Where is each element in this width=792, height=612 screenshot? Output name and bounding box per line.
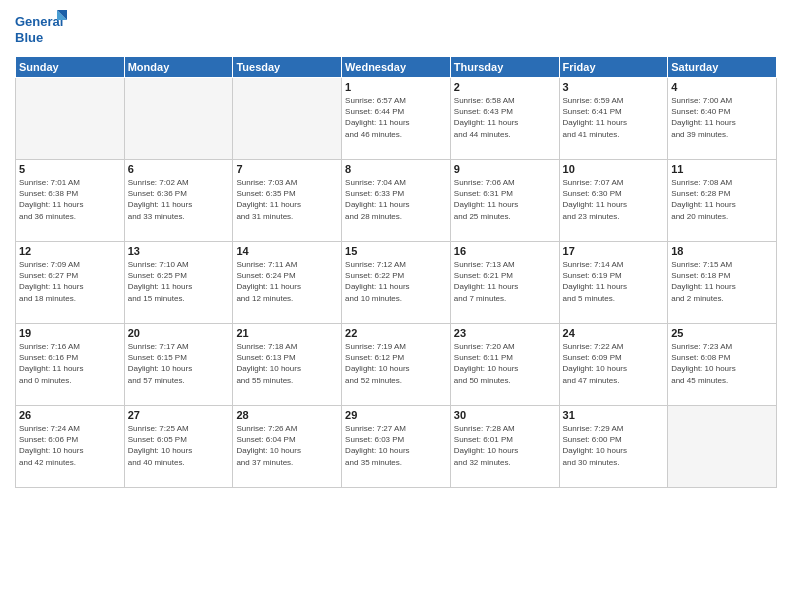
- day-number: 4: [671, 81, 773, 93]
- day-info: Sunrise: 7:09 AM Sunset: 6:27 PM Dayligh…: [19, 259, 121, 304]
- weekday-header-friday: Friday: [559, 57, 668, 78]
- day-number: 15: [345, 245, 447, 257]
- day-info: Sunrise: 7:16 AM Sunset: 6:16 PM Dayligh…: [19, 341, 121, 386]
- day-cell: 7Sunrise: 7:03 AM Sunset: 6:35 PM Daylig…: [233, 160, 342, 242]
- day-info: Sunrise: 7:18 AM Sunset: 6:13 PM Dayligh…: [236, 341, 338, 386]
- day-info: Sunrise: 7:11 AM Sunset: 6:24 PM Dayligh…: [236, 259, 338, 304]
- day-info: Sunrise: 7:29 AM Sunset: 6:00 PM Dayligh…: [563, 423, 665, 468]
- day-cell: 21Sunrise: 7:18 AM Sunset: 6:13 PM Dayli…: [233, 324, 342, 406]
- header: GeneralBlue: [15, 10, 777, 50]
- day-cell: 11Sunrise: 7:08 AM Sunset: 6:28 PM Dayli…: [668, 160, 777, 242]
- day-info: Sunrise: 7:15 AM Sunset: 6:18 PM Dayligh…: [671, 259, 773, 304]
- day-info: Sunrise: 6:59 AM Sunset: 6:41 PM Dayligh…: [563, 95, 665, 140]
- day-info: Sunrise: 7:12 AM Sunset: 6:22 PM Dayligh…: [345, 259, 447, 304]
- day-number: 1: [345, 81, 447, 93]
- weekday-header-sunday: Sunday: [16, 57, 125, 78]
- day-info: Sunrise: 7:13 AM Sunset: 6:21 PM Dayligh…: [454, 259, 556, 304]
- day-info: Sunrise: 7:19 AM Sunset: 6:12 PM Dayligh…: [345, 341, 447, 386]
- day-cell: 30Sunrise: 7:28 AM Sunset: 6:01 PM Dayli…: [450, 406, 559, 488]
- svg-text:Blue: Blue: [15, 30, 43, 45]
- day-info: Sunrise: 7:26 AM Sunset: 6:04 PM Dayligh…: [236, 423, 338, 468]
- day-cell: 23Sunrise: 7:20 AM Sunset: 6:11 PM Dayli…: [450, 324, 559, 406]
- day-info: Sunrise: 7:23 AM Sunset: 6:08 PM Dayligh…: [671, 341, 773, 386]
- day-cell: 29Sunrise: 7:27 AM Sunset: 6:03 PM Dayli…: [342, 406, 451, 488]
- weekday-header-monday: Monday: [124, 57, 233, 78]
- day-cell: 16Sunrise: 7:13 AM Sunset: 6:21 PM Dayli…: [450, 242, 559, 324]
- day-info: Sunrise: 6:58 AM Sunset: 6:43 PM Dayligh…: [454, 95, 556, 140]
- day-cell: 13Sunrise: 7:10 AM Sunset: 6:25 PM Dayli…: [124, 242, 233, 324]
- day-number: 12: [19, 245, 121, 257]
- day-info: Sunrise: 7:04 AM Sunset: 6:33 PM Dayligh…: [345, 177, 447, 222]
- calendar-table: SundayMondayTuesdayWednesdayThursdayFrid…: [15, 56, 777, 488]
- day-number: 24: [563, 327, 665, 339]
- week-row-4: 19Sunrise: 7:16 AM Sunset: 6:16 PM Dayli…: [16, 324, 777, 406]
- day-info: Sunrise: 7:10 AM Sunset: 6:25 PM Dayligh…: [128, 259, 230, 304]
- week-row-5: 26Sunrise: 7:24 AM Sunset: 6:06 PM Dayli…: [16, 406, 777, 488]
- logo: GeneralBlue: [15, 10, 70, 50]
- day-cell: 1Sunrise: 6:57 AM Sunset: 6:44 PM Daylig…: [342, 78, 451, 160]
- day-cell: 4Sunrise: 7:00 AM Sunset: 6:40 PM Daylig…: [668, 78, 777, 160]
- day-number: 8: [345, 163, 447, 175]
- day-number: 7: [236, 163, 338, 175]
- day-number: 28: [236, 409, 338, 421]
- day-cell: 18Sunrise: 7:15 AM Sunset: 6:18 PM Dayli…: [668, 242, 777, 324]
- day-info: Sunrise: 7:08 AM Sunset: 6:28 PM Dayligh…: [671, 177, 773, 222]
- day-info: Sunrise: 7:07 AM Sunset: 6:30 PM Dayligh…: [563, 177, 665, 222]
- week-row-1: 1Sunrise: 6:57 AM Sunset: 6:44 PM Daylig…: [16, 78, 777, 160]
- day-number: 11: [671, 163, 773, 175]
- day-number: 26: [19, 409, 121, 421]
- day-info: Sunrise: 7:03 AM Sunset: 6:35 PM Dayligh…: [236, 177, 338, 222]
- day-info: Sunrise: 7:22 AM Sunset: 6:09 PM Dayligh…: [563, 341, 665, 386]
- day-number: 19: [19, 327, 121, 339]
- day-number: 17: [563, 245, 665, 257]
- weekday-header-wednesday: Wednesday: [342, 57, 451, 78]
- day-number: 20: [128, 327, 230, 339]
- day-cell: 9Sunrise: 7:06 AM Sunset: 6:31 PM Daylig…: [450, 160, 559, 242]
- day-info: Sunrise: 6:57 AM Sunset: 6:44 PM Dayligh…: [345, 95, 447, 140]
- day-info: Sunrise: 7:28 AM Sunset: 6:01 PM Dayligh…: [454, 423, 556, 468]
- day-number: 5: [19, 163, 121, 175]
- weekday-header-tuesday: Tuesday: [233, 57, 342, 78]
- day-number: 2: [454, 81, 556, 93]
- logo-svg: GeneralBlue: [15, 10, 70, 50]
- day-cell: 28Sunrise: 7:26 AM Sunset: 6:04 PM Dayli…: [233, 406, 342, 488]
- svg-text:General: General: [15, 14, 63, 29]
- day-number: 23: [454, 327, 556, 339]
- day-number: 29: [345, 409, 447, 421]
- day-cell: 17Sunrise: 7:14 AM Sunset: 6:19 PM Dayli…: [559, 242, 668, 324]
- day-cell: [668, 406, 777, 488]
- day-number: 27: [128, 409, 230, 421]
- day-cell: 26Sunrise: 7:24 AM Sunset: 6:06 PM Dayli…: [16, 406, 125, 488]
- day-info: Sunrise: 7:06 AM Sunset: 6:31 PM Dayligh…: [454, 177, 556, 222]
- day-cell: 3Sunrise: 6:59 AM Sunset: 6:41 PM Daylig…: [559, 78, 668, 160]
- day-number: 10: [563, 163, 665, 175]
- day-number: 25: [671, 327, 773, 339]
- day-cell: 12Sunrise: 7:09 AM Sunset: 6:27 PM Dayli…: [16, 242, 125, 324]
- calendar-container: GeneralBlue SundayMondayTuesdayWednesday…: [0, 0, 792, 612]
- day-cell: 6Sunrise: 7:02 AM Sunset: 6:36 PM Daylig…: [124, 160, 233, 242]
- day-info: Sunrise: 7:24 AM Sunset: 6:06 PM Dayligh…: [19, 423, 121, 468]
- day-number: 9: [454, 163, 556, 175]
- day-number: 22: [345, 327, 447, 339]
- day-cell: 8Sunrise: 7:04 AM Sunset: 6:33 PM Daylig…: [342, 160, 451, 242]
- day-number: 3: [563, 81, 665, 93]
- day-cell: 19Sunrise: 7:16 AM Sunset: 6:16 PM Dayli…: [16, 324, 125, 406]
- day-cell: 20Sunrise: 7:17 AM Sunset: 6:15 PM Dayli…: [124, 324, 233, 406]
- day-info: Sunrise: 7:14 AM Sunset: 6:19 PM Dayligh…: [563, 259, 665, 304]
- weekday-header-thursday: Thursday: [450, 57, 559, 78]
- day-cell: [124, 78, 233, 160]
- day-cell: 27Sunrise: 7:25 AM Sunset: 6:05 PM Dayli…: [124, 406, 233, 488]
- day-cell: 31Sunrise: 7:29 AM Sunset: 6:00 PM Dayli…: [559, 406, 668, 488]
- day-number: 14: [236, 245, 338, 257]
- day-cell: 24Sunrise: 7:22 AM Sunset: 6:09 PM Dayli…: [559, 324, 668, 406]
- day-info: Sunrise: 7:27 AM Sunset: 6:03 PM Dayligh…: [345, 423, 447, 468]
- day-info: Sunrise: 7:20 AM Sunset: 6:11 PM Dayligh…: [454, 341, 556, 386]
- day-info: Sunrise: 7:02 AM Sunset: 6:36 PM Dayligh…: [128, 177, 230, 222]
- day-cell: 10Sunrise: 7:07 AM Sunset: 6:30 PM Dayli…: [559, 160, 668, 242]
- day-cell: 25Sunrise: 7:23 AM Sunset: 6:08 PM Dayli…: [668, 324, 777, 406]
- day-cell: 14Sunrise: 7:11 AM Sunset: 6:24 PM Dayli…: [233, 242, 342, 324]
- day-cell: 2Sunrise: 6:58 AM Sunset: 6:43 PM Daylig…: [450, 78, 559, 160]
- day-cell: 5Sunrise: 7:01 AM Sunset: 6:38 PM Daylig…: [16, 160, 125, 242]
- day-number: 18: [671, 245, 773, 257]
- weekday-header-saturday: Saturday: [668, 57, 777, 78]
